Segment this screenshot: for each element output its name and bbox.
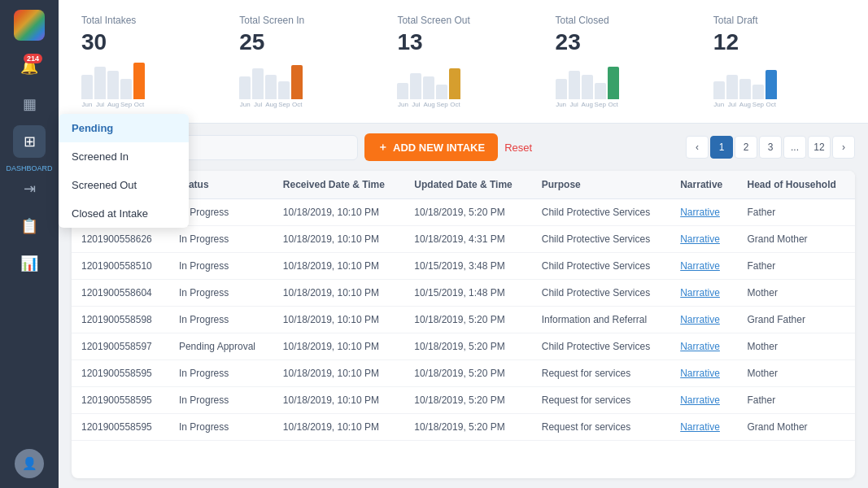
sidebar-item-reports[interactable]: 📋 <box>13 210 46 242</box>
dashboard-icon: ⊞ <box>24 133 36 150</box>
sidebar-item-analytics[interactable]: 📊 <box>13 247 46 280</box>
narrative-link[interactable]: Narrative <box>680 260 720 272</box>
dropdown-item-screened-in[interactable]: Screened In <box>59 142 189 171</box>
intake-table: Intake IDStatusReceived Date & TimeUpdat… <box>72 171 855 441</box>
bar-label: Aug <box>582 101 593 108</box>
sidebar-item-logout[interactable]: ⇥ <box>13 172 46 205</box>
narrative-cell[interactable]: Narrative <box>670 199 737 226</box>
table-row[interactable]: 1201900558510In Progress10/18/2019, 10:1… <box>72 253 855 280</box>
bar <box>94 67 106 99</box>
bar <box>410 73 421 99</box>
bar-label: Jul <box>252 101 264 108</box>
reset-button[interactable]: Reset <box>504 142 532 154</box>
sidebar-item-calendar[interactable]: ▦ <box>13 88 46 120</box>
stat-number-total-intakes: 30 <box>81 29 213 55</box>
bar <box>265 75 277 99</box>
table-header: Intake IDStatusReceived Date & TimeUpdat… <box>72 171 855 199</box>
stat-title-total-screen-out: Total Screen Out <box>397 15 529 26</box>
narrative-link[interactable]: Narrative <box>680 314 720 325</box>
narrative-cell[interactable]: Narrative <box>670 360 737 387</box>
narrative-link[interactable]: Narrative <box>680 207 720 218</box>
table-row[interactable]: 1201900558597Pending Approval10/18/2019,… <box>72 333 855 360</box>
bar-label: Jun <box>239 101 251 108</box>
table-row[interactable]: 1201900558626In Progress10/18/2019, 10:1… <box>72 226 855 253</box>
table-row[interactable]: 1201900558595In Progress10/18/2019, 10:1… <box>72 360 855 387</box>
bar-label: Jul <box>726 101 738 108</box>
stat-title-total-intakes: Total Intakes <box>81 15 213 26</box>
narrative-cell[interactable]: Narrative <box>670 253 737 280</box>
bar <box>752 85 764 99</box>
pagination-prev[interactable]: ‹ <box>686 136 709 159</box>
purpose-cell: Child Protective Services <box>532 280 670 307</box>
pagination-page-2[interactable]: 2 <box>735 136 757 159</box>
col-header-purpose: Purpose <box>532 171 670 199</box>
purpose-cell: Request for services <box>532 360 670 387</box>
pagination-page-3[interactable]: 3 <box>759 136 782 159</box>
stat-title-total-draft: Total Draft <box>713 15 845 26</box>
updated-dt-cell: 10/18/2019, 5:20 PM <box>404 333 531 360</box>
narrative-cell[interactable]: Narrative <box>670 280 737 307</box>
dropdown-item-closed-at-intake[interactable]: Closed at Intake <box>59 199 189 228</box>
intake-id-cell: 1201900558598 <box>72 307 169 333</box>
table-row[interactable]: 1201900558604In Progress10/18/2019, 10:1… <box>72 280 855 307</box>
table-body: 1201900558627In Progress10/18/2019, 10:1… <box>72 199 855 441</box>
bar <box>423 76 434 99</box>
col-header-updated-dt: Updated Date & Time <box>404 171 531 199</box>
narrative-link[interactable]: Narrative <box>680 368 720 379</box>
sidebar-item-dashboard[interactable]: ⊞ <box>13 125 46 158</box>
col-header-head-of-household: Head of Household <box>738 171 855 199</box>
bar-label: Oct <box>765 101 777 108</box>
updated-dt-cell: 10/18/2019, 5:20 PM <box>404 360 531 387</box>
table-row[interactable]: 1201900558595In Progress10/18/2019, 10:1… <box>72 387 855 414</box>
bar <box>291 65 303 99</box>
notification-badge: 214 <box>24 54 42 63</box>
purpose-cell: Child Protective Services <box>532 253 670 280</box>
narrative-cell[interactable]: Narrative <box>670 333 737 360</box>
purpose-cell: Request for services <box>532 414 670 441</box>
pagination: ‹123...12› <box>686 136 855 159</box>
pagination-page-...[interactable]: ... <box>783 136 806 159</box>
bar-label: Oct <box>133 101 145 108</box>
narrative-cell[interactable]: Narrative <box>670 307 737 333</box>
narrative-cell[interactable]: Narrative <box>670 387 737 414</box>
status-cell: In Progress <box>169 307 273 333</box>
narrative-link[interactable]: Narrative <box>680 421 720 433</box>
narrative-cell[interactable]: Narrative <box>670 226 737 253</box>
status-dropdown: PendingScreened InScreened OutClosed at … <box>59 114 189 228</box>
col-header-received-dt: Received Date & Time <box>273 171 405 199</box>
pagination-page-12[interactable]: 12 <box>808 136 831 159</box>
intake-id-cell: 1201900558510 <box>72 253 169 280</box>
pagination-page-1[interactable]: 1 <box>710 136 733 159</box>
intake-id-cell: 1201900558604 <box>72 280 169 307</box>
stat-card-total-screen-out: Total Screen Out13JunJulAugSepOct <box>387 8 539 115</box>
bar <box>449 68 460 99</box>
received-dt-cell: 10/18/2019, 10:10 PM <box>273 280 405 307</box>
stat-title-total-closed: Total Closed <box>556 15 687 26</box>
received-dt-cell: 10/18/2019, 10:10 PM <box>273 307 405 333</box>
intake-id-cell: 1201900558595 <box>72 414 169 441</box>
pagination-next[interactable]: › <box>832 136 855 159</box>
head-of-household-cell: Grand Father <box>738 307 855 333</box>
avatar[interactable]: 👤 <box>15 449 44 478</box>
table-row[interactable]: 1201900558595In Progress10/18/2019, 10:1… <box>72 414 855 441</box>
narrative-link[interactable]: Narrative <box>680 341 720 352</box>
narrative-link[interactable]: Narrative <box>680 394 720 406</box>
bar-label: Sep <box>120 101 132 108</box>
table-row[interactable]: 1201900558627In Progress10/18/2019, 10:1… <box>72 199 855 226</box>
stat-number-total-screen-in: 25 <box>239 29 371 55</box>
bar-label: Sep <box>278 101 290 108</box>
received-dt-cell: 10/18/2019, 10:10 PM <box>273 333 405 360</box>
narrative-link[interactable]: Narrative <box>680 233 720 245</box>
narrative-cell[interactable]: Narrative <box>670 414 737 441</box>
dropdown-item-screened-out[interactable]: Screened Out <box>59 171 189 199</box>
sidebar-item-notifications[interactable]: 🔔 214 <box>13 50 46 83</box>
bar <box>120 79 132 99</box>
table-row[interactable]: 1201900558598In Progress10/18/2019, 10:1… <box>72 307 855 333</box>
head-of-household-cell: Mother <box>738 360 855 387</box>
head-of-household-cell: Grand Mother <box>738 226 855 253</box>
add-new-intake-button[interactable]: ＋ ADD NEW INTAKE <box>364 133 498 161</box>
bar-label: Aug <box>107 101 119 108</box>
received-dt-cell: 10/18/2019, 10:10 PM <box>273 253 405 280</box>
narrative-link[interactable]: Narrative <box>680 287 720 298</box>
dropdown-item-pending[interactable]: Pending <box>59 114 189 142</box>
